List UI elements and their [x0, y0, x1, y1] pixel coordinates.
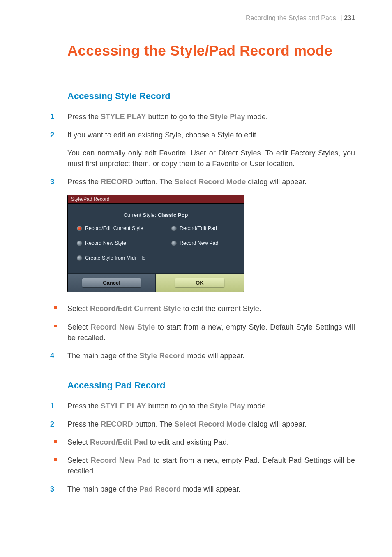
- dialog-current-style: Current Style: Classic Pop: [68, 204, 244, 225]
- step-body: Press the STYLE PLAY button to go to the…: [67, 111, 355, 122]
- bullet-body: Select Record/Edit Current Style to edit…: [67, 303, 355, 314]
- button-label: Cancel: [82, 278, 141, 287]
- page-title: Accessing the Style/Pad Record mode: [67, 42, 355, 59]
- bullet-b1: Select Record/Edit Pad to edit and exist…: [37, 437, 355, 448]
- step-a4: 4 The main page of the Style Record mode…: [37, 350, 355, 361]
- em-style-play: STYLE PLAY: [101, 113, 146, 121]
- em-style-play-mode: Style Play: [210, 402, 245, 410]
- step-a3: 3 Press the RECORD button. The Select Re…: [37, 176, 355, 187]
- step-body: Press the RECORD button. The Select Reco…: [67, 176, 355, 187]
- page-number: 231: [344, 14, 355, 21]
- radio-create-style-from-midi[interactable]: Create Style from Midi File: [77, 255, 235, 261]
- separator-pipe: |: [341, 14, 343, 21]
- page: Recording the Styles and Pads |231 Acces…: [0, 0, 392, 557]
- square-bullet-icon: [54, 325, 57, 327]
- radio-icon: [171, 241, 177, 246]
- em-record: RECORD: [101, 178, 133, 186]
- radio-record-new-style[interactable]: Record New Style: [77, 240, 171, 246]
- em-style-record: Style Record: [139, 352, 185, 360]
- radio-record-edit-pad[interactable]: Record/Edit Pad: [171, 225, 235, 231]
- current-style-value: Classic Pop: [158, 212, 188, 218]
- em-record-edit-current-style: Record/Edit Current Style: [90, 304, 181, 313]
- section-name: Recording the Styles and Pads: [246, 14, 336, 21]
- step-body: The main page of the Style Record mode w…: [67, 350, 355, 361]
- em-style-play: STYLE PLAY: [101, 402, 146, 410]
- radio-record-new-pad[interactable]: Record New Pad: [171, 240, 235, 246]
- square-bullet-icon: [54, 458, 57, 461]
- em-record-edit-pad: Record/Edit Pad: [90, 438, 148, 446]
- em-style-play-mode: Style Play: [210, 113, 245, 121]
- bullet-body: Select Record New Pad to start from a ne…: [67, 455, 355, 476]
- step-number: 2: [37, 130, 67, 140]
- paragraph-note: You can normally only edit Favorite, Use…: [37, 148, 355, 169]
- radio-label: Record/Edit Current Style: [85, 225, 143, 231]
- heading-accessing-pad-record: Accessing Pad Record: [67, 380, 355, 391]
- step-body: Press the STYLE PLAY button to go to the…: [67, 401, 355, 411]
- bullet-body: Select Record/Edit Pad to edit and exist…: [67, 437, 355, 448]
- bullet-a2: Select Record New Style to start from a …: [37, 322, 355, 343]
- square-bullet-icon: [54, 306, 57, 309]
- square-bullet-icon: [54, 440, 57, 443]
- radio-icon: [171, 226, 177, 231]
- heading-accessing-style-record: Accessing Style Record: [67, 91, 355, 102]
- bullet-a1: Select Record/Edit Current Style to edit…: [37, 303, 355, 314]
- radio-label: Record/Edit Pad: [180, 225, 217, 231]
- em-record-new-style: Record New Style: [91, 323, 155, 331]
- dialog-buttons: Cancel OK: [68, 273, 244, 292]
- radio-label: Create Style from Midi File: [85, 255, 145, 261]
- step-body: Press the RECORD button. The Select Reco…: [67, 419, 355, 429]
- step-body: The main page of the Pad Record mode wil…: [67, 484, 355, 494]
- radio-icon: [77, 255, 82, 261]
- step-number: 3: [37, 176, 67, 187]
- step-number: 1: [37, 401, 67, 411]
- step-number: 1: [37, 111, 67, 122]
- step-number: 3: [37, 484, 67, 494]
- em-select-record-mode: Select Record Mode: [174, 420, 246, 428]
- step-a1: 1 Press the STYLE PLAY button to go to t…: [37, 111, 355, 122]
- em-record: RECORD: [101, 420, 133, 428]
- step-a2: 2 If you want to edit an existing Style,…: [37, 130, 355, 140]
- cancel-button[interactable]: Cancel: [68, 274, 156, 292]
- radio-record-edit-current-style[interactable]: Record/Edit Current Style: [77, 225, 171, 231]
- em-record-new-pad: Record New Pad: [91, 456, 151, 464]
- radio-icon: [77, 226, 82, 231]
- step-body: If you want to edit an existing Style, c…: [67, 130, 355, 140]
- radio-label: Record New Pad: [180, 240, 219, 246]
- running-header: Recording the Styles and Pads |231: [37, 14, 355, 22]
- step-b3: 3 The main page of the Pad Record mode w…: [37, 484, 355, 494]
- paragraph-body: You can normally only edit Favorite, Use…: [67, 148, 355, 169]
- bullet-b2: Select Record New Pad to start from a ne…: [37, 455, 355, 476]
- em-select-record-mode: Select Record Mode: [174, 178, 246, 186]
- ok-button[interactable]: OK: [156, 274, 244, 292]
- step-b1: 1 Press the STYLE PLAY button to go to t…: [37, 401, 355, 411]
- dialog-select-record-mode: Style/Pad Record Current Style: Classic …: [67, 195, 244, 292]
- radio-label: Record New Style: [85, 240, 126, 246]
- em-pad-record: Pad Record: [139, 485, 181, 493]
- step-b2: 2 Press the RECORD button. The Select Re…: [37, 419, 355, 429]
- bullet-body: Select Record New Style to start from a …: [67, 322, 355, 343]
- dialog-title: Style/Pad Record: [68, 195, 244, 204]
- step-number: 2: [37, 419, 67, 429]
- step-number: 4: [37, 350, 67, 361]
- radio-icon: [77, 241, 82, 246]
- dialog-options: Record/Edit Current Style Record/Edit Pa…: [68, 225, 244, 273]
- dialog-screenshot: Style/Pad Record Current Style: Classic …: [67, 195, 355, 292]
- button-label: OK: [175, 278, 224, 287]
